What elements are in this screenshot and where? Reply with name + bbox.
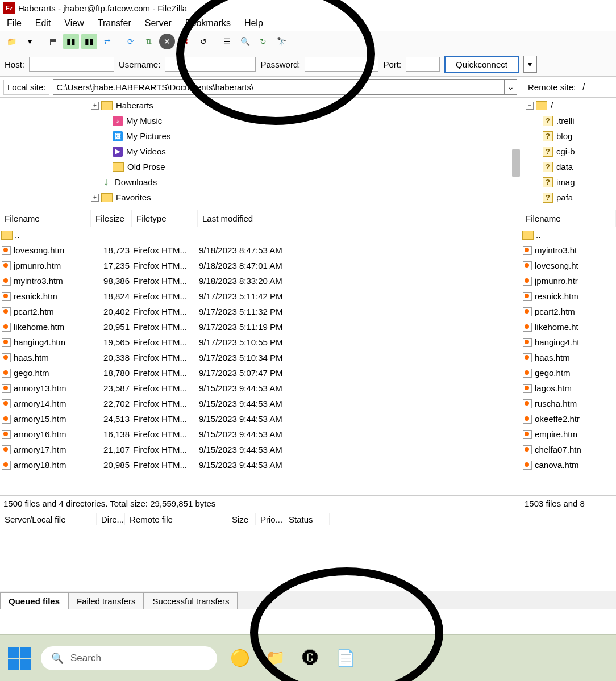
- taskbar-document-icon[interactable]: 📄: [333, 646, 358, 671]
- menu-transfer[interactable]: Transfer: [98, 18, 131, 28]
- tree-item[interactable]: ?blog: [526, 128, 616, 144]
- file-row[interactable]: ..: [521, 227, 616, 243]
- file-row[interactable]: ..: [0, 227, 521, 243]
- tab-queued-files[interactable]: Queued files: [0, 592, 68, 609]
- col-remote-filename[interactable]: Filename: [521, 210, 616, 227]
- col-filetype[interactable]: Filetype: [132, 210, 198, 227]
- col-filename[interactable]: Filename: [0, 210, 91, 227]
- toggle-remote-tree-icon[interactable]: ▮▮: [81, 34, 97, 49]
- file-row[interactable]: hanging4.htm19,565Firefox HTM...9/17/202…: [0, 335, 521, 350]
- tree-item[interactable]: ?data: [526, 159, 616, 174]
- start-button[interactable]: [8, 647, 31, 670]
- file-row[interactable]: lovesong.htm18,723Firefox HTM...9/18/202…: [0, 243, 521, 258]
- file-row[interactable]: resnick.htm: [521, 289, 616, 304]
- col-filesize[interactable]: Filesize: [91, 210, 132, 227]
- file-row[interactable]: myintro3.htm98,386Firefox HTM...9/18/202…: [0, 273, 521, 289]
- file-row[interactable]: ruscha.htm: [521, 396, 616, 411]
- search-remote-icon[interactable]: 🔭: [273, 34, 289, 49]
- tree-item[interactable]: ♪My Music: [80, 113, 521, 128]
- tree-item[interactable]: +Favorites: [80, 190, 521, 205]
- quickconnect-dropdown-icon[interactable]: ▾: [523, 56, 537, 73]
- site-manager-icon[interactable]: 📁: [3, 34, 19, 49]
- local-tree[interactable]: +Haberarts♪My Music🖼My Pictures▶My Video…: [0, 98, 521, 210]
- reconnect-icon[interactable]: ↺: [195, 34, 211, 49]
- file-row[interactable]: jpmunro.htm17,235Firefox HTM...9/18/2023…: [0, 258, 521, 273]
- disconnect-icon[interactable]: ✖: [177, 34, 193, 49]
- local-site-dropdown-icon[interactable]: ⌄: [505, 79, 517, 95]
- file-row[interactable]: pcart2.htm20,402Firefox HTM...9/17/2023 …: [0, 304, 521, 319]
- port-input[interactable]: [406, 57, 440, 72]
- taskbar-ccleaner-icon[interactable]: 🅒: [298, 646, 323, 671]
- remote-site-path[interactable]: /: [582, 82, 585, 91]
- file-row[interactable]: gego.htm18,780Firefox HTM...9/17/2023 5:…: [0, 365, 521, 381]
- file-row[interactable]: likehome.ht: [521, 319, 616, 335]
- file-row[interactable]: okeeffe2.htr: [521, 411, 616, 427]
- local-tree-scrollbar[interactable]: [512, 149, 520, 177]
- menu-server[interactable]: Server: [145, 18, 172, 28]
- tree-root[interactable]: −/: [526, 98, 616, 113]
- file-row[interactable]: haas.htm20,338Firefox HTM...9/17/2023 5:…: [0, 350, 521, 365]
- menu-view[interactable]: View: [64, 18, 84, 28]
- file-row[interactable]: empire.htm: [521, 427, 616, 442]
- file-row[interactable]: lovesong.ht: [521, 258, 616, 273]
- password-input[interactable]: [305, 57, 378, 72]
- local-file-list[interactable]: Filename Filesize Filetype Last modified…: [0, 210, 521, 495]
- menu-bookmarks[interactable]: Bookmarks: [185, 18, 231, 28]
- compare-icon[interactable]: 🔍: [237, 34, 253, 49]
- file-row[interactable]: canova.htm: [521, 457, 616, 473]
- tree-item[interactable]: ?imag: [526, 174, 616, 190]
- queue-col[interactable]: Prio...: [256, 513, 284, 525]
- tab-successful-transfers[interactable]: Successful transfers: [144, 592, 238, 609]
- queue-body[interactable]: [0, 528, 616, 591]
- tree-item[interactable]: ▶My Videos: [80, 144, 521, 159]
- file-row[interactable]: gego.htm: [521, 365, 616, 381]
- file-row[interactable]: jpmunro.htr: [521, 273, 616, 289]
- file-row[interactable]: hanging4.ht: [521, 335, 616, 350]
- remote-file-list[interactable]: Filename ..myintro3.htlovesong.htjpmunro…: [521, 210, 616, 495]
- refresh-icon[interactable]: ⟳: [123, 34, 139, 49]
- queue-col[interactable]: Server/Local file: [0, 513, 97, 525]
- taskbar-search-input[interactable]: 🔍 Search: [41, 646, 217, 670]
- tree-item[interactable]: ?cgi-b: [526, 144, 616, 159]
- local-site-path-input[interactable]: [53, 79, 505, 95]
- file-row[interactable]: armory17.htm21,107Firefox HTM...9/15/202…: [0, 442, 521, 457]
- host-input[interactable]: [29, 57, 114, 72]
- file-row[interactable]: armory15.htm24,513Firefox HTM...9/15/202…: [0, 411, 521, 427]
- file-row[interactable]: resnick.htm18,824Firefox HTM...9/17/2023…: [0, 289, 521, 304]
- toggle-local-tree-icon[interactable]: ▮▮: [63, 34, 79, 49]
- queue-col[interactable]: Remote file: [125, 513, 227, 525]
- tree-item[interactable]: 🖼My Pictures: [80, 128, 521, 144]
- tree-item[interactable]: +Haberarts: [80, 98, 521, 113]
- filter-icon[interactable]: ☰: [219, 34, 235, 49]
- username-input[interactable]: [165, 57, 256, 72]
- file-row[interactable]: likehome.htm20,951Firefox HTM...9/17/202…: [0, 319, 521, 335]
- file-row[interactable]: pcart2.htm: [521, 304, 616, 319]
- remote-tree[interactable]: −/?.trelli?blog?cgi-b?data?imag?pafa: [521, 98, 616, 210]
- menu-help[interactable]: Help: [244, 18, 263, 28]
- file-row[interactable]: armory18.htm20,985Firefox HTM...9/15/202…: [0, 457, 521, 473]
- col-lastmodified[interactable]: Last modified: [198, 210, 311, 227]
- file-row[interactable]: chelfa07.htn: [521, 442, 616, 457]
- toggle-log-icon[interactable]: ▤: [45, 34, 61, 49]
- sync-browse-icon[interactable]: ↻: [255, 34, 271, 49]
- cancel-icon[interactable]: ✕: [159, 34, 175, 49]
- queue-col[interactable]: Size: [227, 513, 256, 525]
- tree-item[interactable]: ?pafa: [526, 190, 616, 205]
- file-row[interactable]: myintro3.ht: [521, 243, 616, 258]
- file-row[interactable]: armory13.htm23,587Firefox HTM...9/15/202…: [0, 381, 521, 396]
- menu-file[interactable]: File: [7, 18, 22, 28]
- tree-item[interactable]: ?.trelli: [526, 113, 616, 128]
- file-row[interactable]: haas.htm: [521, 350, 616, 365]
- queue-col[interactable]: Status: [284, 513, 330, 525]
- queue-col[interactable]: Dire...: [97, 513, 125, 525]
- tree-item[interactable]: ↓Downloads: [80, 174, 521, 190]
- process-queue-icon[interactable]: ⇅: [141, 34, 157, 49]
- file-row[interactable]: armory16.htm16,138Firefox HTM...9/15/202…: [0, 427, 521, 442]
- file-row[interactable]: armory14.htm22,702Firefox HTM...9/15/202…: [0, 396, 521, 411]
- file-row[interactable]: lagos.htm: [521, 381, 616, 396]
- taskbar-app-circle-icon[interactable]: 🟡: [227, 646, 252, 671]
- menu-edit[interactable]: Edit: [35, 18, 51, 28]
- toggle-queue-icon[interactable]: ⇄: [99, 34, 115, 49]
- taskbar-file-explorer-icon[interactable]: 📁: [263, 646, 288, 671]
- tree-item[interactable]: Old Prose: [80, 159, 521, 174]
